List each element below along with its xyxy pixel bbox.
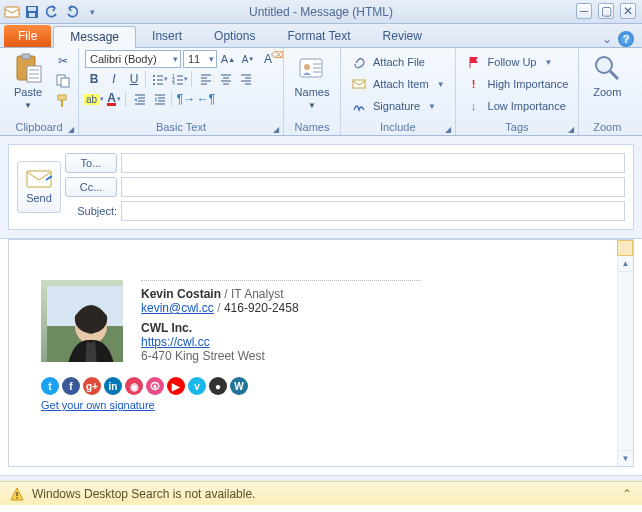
align-left-icon[interactable] xyxy=(197,70,215,88)
low-importance-icon: ↓ xyxy=(466,98,482,114)
italic-icon[interactable]: I xyxy=(105,70,123,88)
grow-font-icon[interactable]: A▲ xyxy=(219,50,237,68)
youtube-icon[interactable]: ▶ xyxy=(167,377,185,395)
to-field[interactable] xyxy=(121,153,625,173)
align-right-icon[interactable] xyxy=(237,70,255,88)
tab-message[interactable]: Message xyxy=(53,26,136,48)
github-icon[interactable]: ● xyxy=(209,377,227,395)
paste-button[interactable]: Paste▼ xyxy=(6,50,50,113)
clipboard-launcher-icon[interactable]: ◢ xyxy=(68,125,74,134)
copy-icon[interactable] xyxy=(54,72,72,90)
linkedin-icon[interactable]: in xyxy=(104,377,122,395)
tags-launcher-icon[interactable]: ◢ xyxy=(568,125,574,134)
numbering-icon[interactable]: 123 xyxy=(171,70,189,88)
message-header: Send To... Cc... Subject: xyxy=(0,136,642,239)
align-center-icon[interactable] xyxy=(217,70,235,88)
highlight-icon[interactable]: ab xyxy=(85,90,103,108)
tab-file[interactable]: File xyxy=(4,25,51,47)
font-color-icon[interactable]: A xyxy=(105,90,123,108)
clear-formatting-icon[interactable]: A⌫ xyxy=(259,50,277,68)
facebook-icon[interactable]: f xyxy=(62,377,80,395)
group-tags: Follow Up▼ ! High Importance ↓ Low Impor… xyxy=(456,48,580,135)
group-basic-text: Calibri (Body) 11 A▲ A▼ A⌫ B I U 123 xyxy=(79,48,284,135)
signature-button[interactable]: Signature▼ xyxy=(347,96,449,116)
attach-item-button[interactable]: Attach Item▼ xyxy=(347,74,449,94)
paste-options-icon[interactable] xyxy=(617,240,633,256)
redo-icon[interactable] xyxy=(64,4,80,20)
tab-review[interactable]: Review xyxy=(367,25,438,47)
maximize-button[interactable]: ▢ xyxy=(598,3,614,19)
signature-address: 6-470 King Street West xyxy=(141,349,421,363)
signature-name: Kevin Costain xyxy=(141,287,221,301)
signature-social-row: t f g+ in ◉ ⦿ ▶ v ● W xyxy=(41,377,421,395)
minimize-ribbon-icon[interactable]: ⌄ xyxy=(602,32,612,46)
signature-company: CWL Inc. xyxy=(141,321,421,335)
svg-rect-3 xyxy=(29,13,35,17)
qat-dropdown-icon[interactable]: ▾ xyxy=(84,4,100,20)
svg-rect-0 xyxy=(5,7,19,17)
basictext-launcher-icon[interactable]: ◢ xyxy=(273,125,279,134)
cc-button[interactable]: Cc... xyxy=(65,177,117,197)
cc-field[interactable] xyxy=(121,177,625,197)
instagram-icon[interactable]: ◉ xyxy=(125,377,143,395)
include-launcher-icon[interactable]: ◢ xyxy=(445,125,451,134)
wordpress-icon[interactable]: W xyxy=(230,377,248,395)
to-button[interactable]: To... xyxy=(65,153,117,173)
quick-access-toolbar: ▾ xyxy=(0,4,100,20)
bold-icon[interactable]: B xyxy=(85,70,103,88)
signature-photo xyxy=(41,280,123,362)
format-painter-icon[interactable] xyxy=(54,92,72,110)
tab-format-text[interactable]: Format Text xyxy=(271,25,366,47)
names-button[interactable]: Names▼ xyxy=(290,50,334,113)
tab-insert[interactable]: Insert xyxy=(136,25,198,47)
svg-rect-25 xyxy=(16,492,17,496)
twitter-icon[interactable]: t xyxy=(41,377,59,395)
subject-label: Subject: xyxy=(63,199,119,223)
svg-point-13 xyxy=(153,83,155,85)
bullets-icon[interactable] xyxy=(151,70,169,88)
vimeo-icon[interactable]: v xyxy=(188,377,206,395)
signature-email-link[interactable]: kevin@cwl.cc xyxy=(141,301,214,315)
svg-rect-10 xyxy=(61,100,63,107)
get-your-own-signature-link[interactable]: Get your own signature xyxy=(41,399,155,411)
svg-point-12 xyxy=(153,79,155,81)
help-icon[interactable]: ? xyxy=(618,31,634,47)
close-button[interactable]: ✕ xyxy=(620,3,636,19)
status-text: Windows Desktop Search is not available. xyxy=(32,487,255,501)
high-importance-button[interactable]: ! High Importance xyxy=(462,74,573,94)
ribbon-tabs: File Message Insert Options Format Text … xyxy=(0,24,642,48)
message-body[interactable]: ▲ ▼ Kevin Costain / IT Analyst xyxy=(8,239,634,467)
svg-rect-19 xyxy=(353,80,365,88)
font-size-combo[interactable]: 11 xyxy=(183,50,217,68)
save-icon[interactable] xyxy=(24,4,40,20)
undo-icon[interactable] xyxy=(44,4,60,20)
cut-icon[interactable]: ✂ xyxy=(54,52,72,70)
status-expand-icon[interactable]: ⌃ xyxy=(622,487,632,501)
ltr-icon[interactable]: ¶→ xyxy=(177,90,195,108)
attach-file-button[interactable]: Attach File xyxy=(347,52,449,72)
underline-icon[interactable]: U xyxy=(125,70,143,88)
shrink-font-icon[interactable]: A▼ xyxy=(239,50,257,68)
low-importance-button[interactable]: ↓ Low Importance xyxy=(462,96,573,116)
minimize-button[interactable]: ─ xyxy=(576,3,592,19)
dribbble-icon[interactable]: ⦿ xyxy=(146,377,164,395)
gplus-icon[interactable]: g+ xyxy=(83,377,101,395)
group-zoom: Zoom Zoom xyxy=(579,48,635,135)
status-bar: Windows Desktop Search is not available.… xyxy=(0,481,642,505)
font-family-combo[interactable]: Calibri (Body) xyxy=(85,50,181,68)
body-scrollbar[interactable]: ▲ ▼ xyxy=(617,240,633,466)
increase-indent-icon[interactable] xyxy=(151,90,169,108)
signature-icon xyxy=(351,98,367,114)
send-button[interactable]: Send xyxy=(17,161,61,213)
tab-options[interactable]: Options xyxy=(198,25,271,47)
group-include: Attach File Attach Item▼ Signature▼ Incl… xyxy=(341,48,456,135)
zoom-button[interactable]: Zoom xyxy=(585,50,629,100)
rtl-icon[interactable]: ←¶ xyxy=(197,90,215,108)
signature-phone: 416-920-2458 xyxy=(224,301,299,315)
group-clipboard: Paste▼ ✂ Clipboard◢ xyxy=(0,48,79,135)
follow-up-button[interactable]: Follow Up▼ xyxy=(462,52,573,72)
decrease-indent-icon[interactable] xyxy=(131,90,149,108)
title-bar: ▾ Untitled - Message (HTML) ─ ▢ ✕ xyxy=(0,0,642,24)
subject-field[interactable] xyxy=(121,201,625,221)
signature-url-link[interactable]: https://cwl.cc xyxy=(141,335,210,349)
